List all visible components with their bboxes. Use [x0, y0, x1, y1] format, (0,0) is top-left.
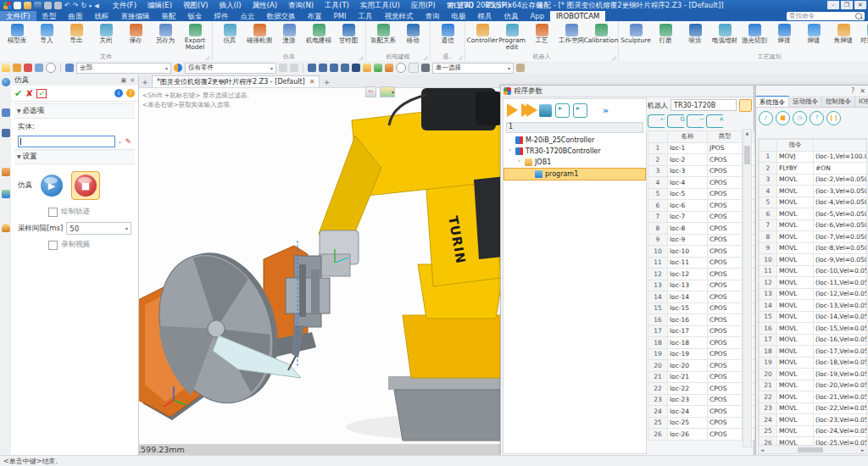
- loc-cell[interactable]: CPOS: [708, 211, 743, 223]
- cmd-row[interactable]: 10MOVL(loc-9,Vel=0.05000,A: [760, 254, 868, 266]
- loc-col-header[interactable]: 名称: [668, 131, 708, 143]
- ribbon-button-漫游[interactable]: 漫游: [275, 23, 303, 44]
- cmd-row[interactable]: 8MOVL(loc-7,Vel=0.05000,A: [760, 231, 868, 243]
- ribbon-tab-造型[interactable]: 造型: [36, 11, 63, 21]
- ribbon-button-Controller[interactable]: Controller: [468, 23, 497, 44]
- ribbon-button-工艺[interactable]: 工艺: [527, 23, 556, 44]
- cmd-cell[interactable]: 22: [760, 391, 777, 403]
- loc-cell[interactable]: loc-18: [668, 337, 708, 349]
- cmd-cell[interactable]: (loc-9,Vel=0.05000,A: [814, 254, 868, 266]
- loc-cell[interactable]: loc-23: [668, 394, 708, 406]
- filter-list-icon[interactable]: [65, 64, 74, 72]
- cmd-row[interactable]: 2FLYBY#ON: [760, 163, 868, 175]
- ribbon-button-关闭[interactable]: 关闭: [92, 23, 120, 44]
- cmd-cell[interactable]: MOVL: [777, 186, 814, 197]
- loc-cell[interactable]: 10: [648, 246, 668, 258]
- cmd-cell[interactable]: (loc-20,Vel=0.05000,A: [814, 380, 868, 391]
- pause-command-icon[interactable]: ❙❙: [826, 111, 841, 125]
- loc-cell[interactable]: 26: [648, 429, 668, 441]
- loc-cell[interactable]: 9: [648, 234, 668, 246]
- clock-icon[interactable]: [396, 63, 406, 73]
- loc-cell[interactable]: 22: [648, 383, 668, 395]
- cmd-cell[interactable]: 24: [760, 414, 777, 426]
- cmd-cell[interactable]: 17: [760, 334, 777, 346]
- cmd-cell[interactable]: 8: [760, 231, 777, 243]
- loc-row[interactable]: 1loc-1JPOS-: [648, 142, 755, 154]
- loc-row[interactable]: 21loc-21CPOS1: [648, 371, 755, 383]
- edit-robot-icon[interactable]: [739, 99, 752, 112]
- entity-filter-dropdown[interactable]: 全部▾: [76, 63, 171, 74]
- ribbon-tab-焊件[interactable]: 焊件: [209, 11, 235, 21]
- cmd-cell[interactable]: (loc-5,Vel=0.05000,A: [814, 208, 868, 220]
- loc-cell[interactable]: CPOS: [708, 291, 743, 303]
- cmd-cell[interactable]: (loc-21,Vel=0.05000,A: [814, 391, 868, 403]
- loc-cell[interactable]: loc-12: [668, 269, 708, 280]
- ribbon-button-焊缝[interactable]: 焊缝: [799, 23, 828, 44]
- cmd-row[interactable]: 14MOVL(loc-13,Vel=0.05000,A: [760, 300, 868, 312]
- cmd-row[interactable]: 24MOVL(loc-23,Vel=0.05000,A: [760, 414, 868, 426]
- cmd-row[interactable]: 20MOVL(loc-19,Vel=0.05000,A: [760, 369, 868, 380]
- loc-cell[interactable]: CPOS: [708, 269, 743, 280]
- cmd-cell[interactable]: (loc-7,Vel=0.05000,A: [814, 231, 868, 243]
- ribbon-button-保存[interactable]: 保存: [121, 23, 150, 44]
- loc-cell[interactable]: CPOS: [708, 280, 743, 291]
- ribbon-tab-IROBOTCAM[interactable]: IROBOTCAM: [550, 11, 605, 21]
- cmd-col-header[interactable]: [760, 140, 777, 152]
- ribbon-button-对接焊缝[interactable]: 对接焊缝: [859, 23, 868, 44]
- ribbon-button-焊接[interactable]: 焊接: [770, 23, 798, 44]
- cmd-row[interactable]: 21MOVL(loc-20,Vel=0.05000,A: [760, 380, 868, 391]
- ribbon-tab-模具[interactable]: 模具: [472, 11, 498, 21]
- program-list-filter[interactable]: 1: [506, 122, 643, 133]
- cmd-cell[interactable]: MOVL: [777, 391, 814, 403]
- cmd-cell[interactable]: (loc-6,Vel=0.05000,A: [814, 219, 868, 231]
- cmd-cell[interactable]: 21: [760, 380, 777, 391]
- tab-close-icon[interactable]: ✕: [309, 78, 315, 86]
- command-table-wrap[interactable]: 指令1MOVJ(loc-1,Vel=100.00000,2FLYBY#ON3MO…: [758, 138, 867, 446]
- ok-button[interactable]: ✔: [14, 89, 22, 98]
- ribbon-tab-布置[interactable]: 布置: [302, 11, 328, 21]
- ribbon-tab-装配[interactable]: 装配: [156, 11, 182, 21]
- ribbon-button-Calibration[interactable]: Calibration: [587, 23, 615, 44]
- loc-cell[interactable]: 21: [648, 371, 668, 383]
- cmd-cell[interactable]: (loc-11,Vel=0.05000,A: [814, 277, 868, 289]
- speaker-icon[interactable]: ◀: [94, 3, 98, 9]
- ribbon-button-导出[interactable]: 导出: [62, 23, 91, 44]
- chevron-down-icon[interactable]: ⌄: [118, 138, 123, 145]
- loc-cell[interactable]: CPOS: [708, 177, 743, 189]
- cmd-cell[interactable]: 13: [760, 288, 777, 300]
- cmd-cell[interactable]: (loc-13,Vel=0.05000,A: [814, 300, 868, 312]
- cmd-row[interactable]: 7MOVL(loc-6,Vel=0.05000,A: [760, 219, 868, 231]
- paste-icon[interactable]: [516, 64, 525, 72]
- loop-once-icon[interactable]: [555, 103, 570, 118]
- cmd-cell[interactable]: MOVL: [777, 197, 814, 208]
- tree-item-TR30-1720BController[interactable]: ˅TR30-1720BController: [504, 146, 646, 157]
- cmd-cell[interactable]: MOVL: [777, 323, 814, 335]
- cancel-button[interactable]: ✘: [25, 89, 33, 98]
- command-table[interactable]: 指令1MOVJ(loc-1,Vel=100.00000,2FLYBY#ON3MO…: [759, 139, 867, 446]
- loc-cell[interactable]: loc-2: [668, 154, 708, 166]
- menu-item[interactable]: 视图(V): [178, 0, 213, 11]
- menu-item[interactable]: 插入(I): [214, 0, 247, 11]
- loc-cell[interactable]: loc-6: [668, 200, 708, 212]
- loc-row[interactable]: 5loc-5CPOS1: [648, 188, 755, 200]
- loc-cell[interactable]: CPOS: [708, 188, 743, 200]
- constraint-icon-2[interactable]: [319, 64, 327, 72]
- menu-item[interactable]: 实用工具(U): [355, 0, 405, 11]
- loc-cell[interactable]: 7: [648, 211, 668, 223]
- loc-row[interactable]: 4loc-4CPOS1: [648, 177, 755, 189]
- settings-section-header[interactable]: 设置: [14, 149, 135, 164]
- ribbon-tab-曲面[interactable]: 曲面: [63, 11, 89, 21]
- menu-item[interactable]: 编辑(E): [142, 0, 177, 11]
- cmd-row[interactable]: 22MOVL(loc-21,Vel=0.05000,A: [760, 391, 868, 403]
- ribbon-button-机电建模[interactable]: 机电建模: [304, 23, 333, 44]
- package-icon[interactable]: [385, 64, 393, 72]
- part-filter-dropdown[interactable]: 仅有零件▾: [185, 63, 276, 74]
- image-icon[interactable]: [374, 64, 382, 72]
- cmd-row[interactable]: 1MOVJ(loc-1,Vel=100.00000,: [760, 151, 868, 163]
- cmd-cell[interactable]: MOVL: [777, 231, 814, 243]
- cmd-row[interactable]: 11MOVL(loc-10,Vel=0.05000,A: [760, 265, 868, 277]
- loc-cell[interactable]: loc-8: [668, 223, 708, 235]
- cmd-cell[interactable]: #ON: [814, 163, 868, 175]
- loc-cell[interactable]: 4: [648, 177, 668, 189]
- cmd-row[interactable]: 12MOVL(loc-11,Vel=0.05000,A: [760, 277, 868, 289]
